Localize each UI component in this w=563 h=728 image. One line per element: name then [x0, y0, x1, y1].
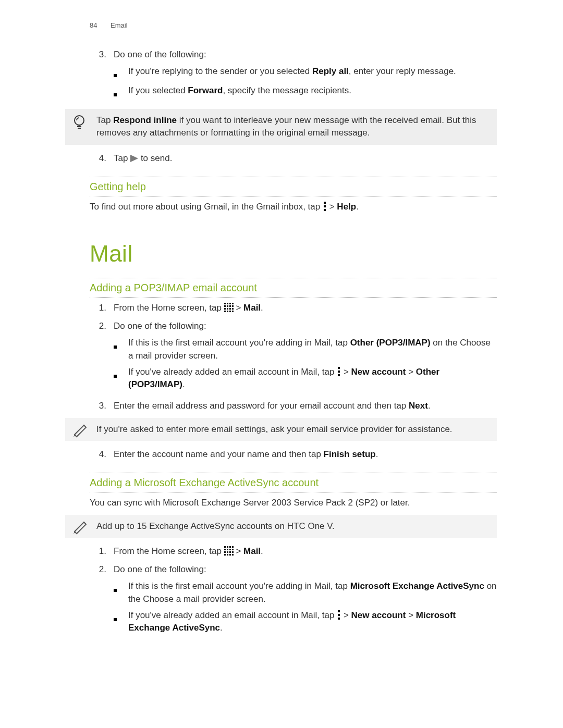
lightbulb-icon	[72, 114, 86, 131]
send-icon	[130, 155, 138, 162]
header-section: Email	[111, 21, 128, 29]
text: >	[406, 610, 415, 620]
section-pop3: Adding a POP3/IMAP email account	[90, 278, 497, 298]
step-3: 3. Do one of the following: If you're re…	[90, 48, 497, 104]
text: If this is the first email account you'r…	[128, 338, 350, 348]
text: If you selected	[128, 85, 188, 95]
overflow-menu-icon	[337, 367, 341, 376]
exchange-intro: You can sync with Microsoft Exchange Ser…	[90, 497, 497, 510]
page-header: 84 Email	[90, 21, 497, 31]
text: If you've already added an email account…	[128, 367, 337, 377]
step-number: 4.	[90, 448, 114, 461]
getting-help-text: To find out more about using Gmail, in t…	[90, 201, 497, 214]
bold-text: Other (POP3/IMAP)	[350, 338, 431, 348]
steps-send: 4. Tap to send.	[90, 152, 497, 165]
text: >	[344, 367, 351, 377]
overflow-menu-icon	[323, 202, 327, 211]
step-3-bullets: If you're replying to the sender or you …	[114, 65, 497, 100]
pop3-step-1: 1. From the Home screen, tap > Mail.	[90, 302, 497, 315]
text: If you've already added an email account…	[128, 610, 337, 620]
bold-text: Reply all	[312, 66, 349, 76]
text: If this is the first email account you'r…	[128, 581, 350, 591]
bold-text: Help	[337, 202, 356, 212]
exchange-step2-bullets: If this is the first email account you'r…	[114, 580, 497, 635]
tip-callout: Tap Respond inline if you want to interl…	[65, 109, 497, 145]
bold-text: New account	[351, 610, 406, 620]
bold-text: Mail	[243, 546, 261, 556]
note-callout: If you're asked to enter more email sett…	[65, 418, 497, 441]
step-number: 3.	[90, 400, 114, 413]
bullet-icon	[114, 580, 128, 606]
text: .	[428, 401, 431, 411]
step-number: 4.	[90, 152, 114, 165]
apps-grid-icon	[224, 546, 234, 556]
svg-rect-1	[77, 126, 81, 127]
note-callout-exchange: Add up to 15 Exchange ActiveSync account…	[65, 515, 497, 538]
step-3-lead: Do one of the following:	[114, 50, 206, 59]
bullet-icon	[114, 65, 128, 81]
note-text: If you're asked to enter more email sett…	[96, 424, 452, 434]
list-item: If you selected Forward, specify the mes…	[114, 84, 497, 101]
text: >	[329, 202, 337, 212]
bold-text: New account	[351, 367, 406, 377]
text: .	[261, 546, 263, 556]
bold-text: Finish setup	[324, 449, 376, 459]
steps-top: 3. Do one of the following: If you're re…	[90, 48, 497, 104]
step-4: 4. Tap to send.	[90, 152, 497, 165]
list-item: If you've already added an email account…	[114, 609, 497, 635]
list-item: If you've already added an email account…	[114, 366, 497, 391]
bullet-icon	[114, 366, 128, 391]
text: .	[356, 202, 359, 212]
step-number: 2.	[90, 320, 114, 394]
step-number: 2.	[90, 563, 114, 638]
text: >	[344, 610, 351, 620]
exchange-steps: 1. From the Home screen, tap > Mail. 2. …	[90, 545, 497, 638]
pop3-step-4: 4. Enter the account name and your name …	[90, 448, 497, 461]
overflow-menu-icon	[337, 610, 341, 620]
heading-mail: Mail	[90, 237, 497, 270]
text: .	[261, 303, 263, 313]
text: Enter the email address and password for…	[114, 401, 409, 411]
text: .	[220, 623, 223, 633]
note-text: Add up to 15 Exchange ActiveSync account…	[96, 521, 335, 531]
exchange-step-2: 2. Do one of the following: If this is t…	[90, 563, 497, 638]
pencil-icon	[72, 520, 88, 536]
step-number: 3.	[90, 48, 114, 104]
text: Enter the account name and your name and…	[114, 449, 324, 459]
page-number: 84	[90, 21, 97, 31]
text: Tap	[114, 153, 130, 163]
bold-text: Next	[409, 401, 428, 411]
pop3-step2-bullets: If this is the first email account you'r…	[114, 337, 497, 391]
text: Do one of the following:	[114, 321, 206, 331]
text: If you're replying to the sender or you …	[128, 66, 312, 76]
pop3-step-4-list: 4. Enter the account name and your name …	[90, 448, 497, 461]
text: To find out more about using Gmail, in t…	[90, 202, 323, 212]
text: >	[406, 367, 415, 377]
list-item: If this is the first email account you'r…	[114, 337, 497, 362]
text: Do one of the following:	[114, 564, 206, 574]
text: .	[182, 379, 185, 389]
section-getting-help: Getting help	[90, 177, 497, 196]
text: >	[236, 546, 243, 556]
pencil-icon	[72, 423, 88, 439]
text: >	[236, 303, 243, 313]
pop3-step-2: 2. Do one of the following: If this is t…	[90, 320, 497, 394]
bold-text: Mail	[243, 303, 261, 313]
list-item: If you're replying to the sender or you …	[114, 65, 497, 81]
bullet-icon	[114, 337, 128, 362]
apps-grid-icon	[224, 303, 234, 312]
section-exchange: Adding a Microsoft Exchange ActiveSync a…	[90, 473, 497, 492]
bullet-icon	[114, 84, 128, 101]
step-number: 1.	[90, 545, 114, 558]
document-page: 84 Email 3. Do one of the following: If …	[0, 0, 563, 728]
text: to send.	[141, 153, 173, 163]
svg-rect-2	[78, 128, 81, 129]
text: From the Home screen, tap	[114, 546, 224, 556]
pop3-steps: 1. From the Home screen, tap > Mail. 2. …	[90, 302, 497, 412]
bold-text: Microsoft Exchange ActiveSync	[350, 581, 484, 591]
text: Tap	[96, 115, 113, 125]
text: , enter your reply message.	[349, 66, 456, 76]
svg-point-0	[75, 116, 84, 125]
pop3-step-3: 3. Enter the email address and password …	[90, 400, 497, 413]
list-item: If this is the first email account you'r…	[114, 580, 497, 606]
